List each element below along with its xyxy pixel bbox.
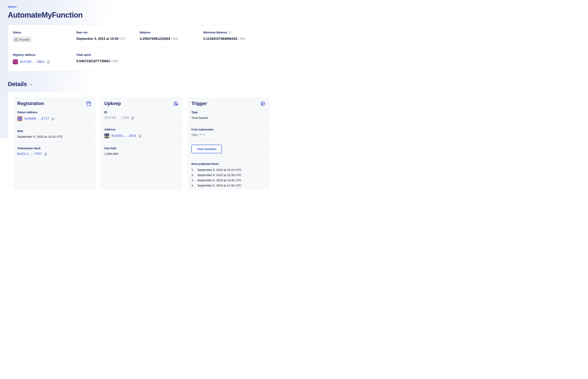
balance-field: Balance 0.259276981222604 LINK — [140, 31, 203, 42]
registry-address-link[interactable]: 0xE16D...D8b2 — [20, 60, 45, 64]
cron-expression-label: Cron expression — [191, 128, 266, 131]
info-icon[interactable] — [229, 31, 232, 34]
chevron-up-icon — [30, 84, 32, 85]
upkeep-address-identicon — [104, 133, 109, 139]
total-spent-field: Total spent 0.04072301877739601 LINK — [76, 53, 140, 64]
copy-icon — [47, 60, 50, 64]
breadcrumb-separator: / — [17, 5, 17, 8]
panel-divider — [17, 125, 91, 125]
date-ran-value: September 5, 2023 at 15:00 UTC — [76, 37, 140, 41]
total-spent-value: 0.04072301877739601 LINK — [76, 59, 140, 63]
upkeep-address-link[interactable]: 0xE854...18Cd — [111, 134, 136, 138]
next-projected-times-list: 1. September 6, 2023 at 10:15 UTC 2. Sep… — [191, 168, 266, 190]
upkeep-address-label: Address — [104, 128, 178, 131]
balance-unit: LINK — [171, 37, 178, 40]
transaction-hash-link[interactable]: 0x03c1...ff6f — [17, 152, 42, 156]
breadcrumb: Home/ — [8, 5, 284, 8]
copy-icon — [138, 134, 142, 138]
list-item: 3. September 6, 2023 at 10:45 UTC — [191, 178, 266, 182]
panel-divider — [191, 158, 266, 158]
registration-panel: Registration Owner address 0x9d08...b717 — [13, 97, 95, 190]
status-label: Status — [13, 31, 76, 34]
copy-icon — [44, 152, 47, 156]
upkeep-id-value: 354748...7389 — [104, 116, 129, 120]
trigger-title: Trigger — [191, 101, 207, 106]
date-ran-utc: UTC — [120, 37, 126, 40]
view-function-button[interactable]: View function — [191, 145, 222, 153]
upkeep-panel: Upkeep ID 354748...7389 — [100, 97, 182, 190]
panel-divider — [191, 141, 266, 141]
balance-label: Balance — [140, 31, 203, 34]
date-ran-field: Date ran September 5, 2023 at 15:00 UTC — [76, 31, 140, 42]
copy-icon — [131, 116, 135, 120]
summary-divider — [13, 48, 267, 48]
list-item: 4. September 6, 2023 at 11:00 UTC — [191, 184, 266, 187]
octagon-x-icon — [15, 38, 18, 41]
breadcrumb-home-link[interactable]: Home — [8, 5, 16, 8]
registration-title: Registration — [17, 101, 44, 106]
copy-transaction-hash-button[interactable] — [44, 152, 47, 156]
total-spent-label: Total spent — [76, 53, 140, 56]
list-item: 1. September 6, 2023 at 10:15 UTC — [191, 168, 266, 172]
registry-identicon — [13, 59, 18, 64]
status-badge: Paused — [13, 37, 31, 42]
summary-row-2: Registry address 0xE16D...D8b2 — [13, 53, 267, 64]
min-balance-label: Minimum Balance — [203, 31, 227, 34]
panel-divider — [191, 123, 266, 124]
upkeep-id-label: ID — [104, 111, 178, 114]
balance-value: 0.259276981222604 LINK — [140, 37, 203, 41]
details-heading: Details — [8, 81, 27, 87]
details-collapse-button[interactable] — [30, 83, 33, 86]
document-gear-icon — [173, 101, 179, 106]
cube-icon — [260, 101, 266, 106]
date-ran-label: Date ran — [76, 31, 140, 34]
min-balance-field: Minimum Balance 0.11364157484866436 LINK — [203, 31, 267, 42]
gas-limit-value: 1,000,000 — [104, 152, 178, 156]
min-balance-unit: LINK — [238, 37, 245, 40]
transaction-hash-label: Transaction Hash — [17, 147, 91, 150]
main-content: Home/ AutomateMyFunction Status Paused — [0, 0, 294, 190]
trigger-type-label: Type — [191, 111, 266, 114]
panel-divider — [17, 142, 91, 142]
registry-address-label: Registry address — [13, 53, 76, 56]
list-item: 2. September 6, 2023 at 10:30 UTC — [191, 173, 266, 177]
cron-expression-value: */15 * * * * — [191, 133, 266, 137]
registration-date-label: Date — [17, 129, 91, 133]
gas-limit-label: Gas limit — [104, 147, 178, 150]
summary-row-1: Status Paused Date ran September 5, 2023… — [13, 31, 267, 42]
copy-registry-address-button[interactable] — [47, 60, 50, 64]
details-card: Registration Owner address 0x9d08...b717 — [8, 92, 275, 190]
calendar-icon — [86, 101, 91, 106]
summary-card: Status Paused Date ran September 5, 2023… — [8, 25, 275, 71]
details-header: Details — [8, 81, 284, 87]
owner-identicon — [17, 116, 22, 121]
registration-date-value: September 5, 2023 at 14:15 UTC — [17, 135, 91, 139]
page-title: AutomateMyFunction — [8, 11, 284, 19]
total-spent-unit: LINK — [111, 59, 119, 63]
copy-upkeep-id-button[interactable] — [131, 116, 135, 120]
registry-address-field: Registry address 0xE16D...D8b2 — [13, 53, 76, 64]
trigger-type-value: Time-based — [191, 116, 266, 120]
min-balance-value: 0.11364157484866436 LINK — [203, 37, 267, 41]
panel-divider — [104, 142, 178, 142]
next-projected-times-label: Next projected times — [191, 162, 266, 165]
owner-address-link[interactable]: 0x9d08...b717 — [24, 117, 49, 120]
trigger-panel: Trigger Type Time-based Cron expression … — [187, 97, 270, 190]
panel-divider — [104, 123, 178, 124]
copy-owner-address-button[interactable] — [51, 117, 55, 120]
upkeep-title: Upkeep — [104, 101, 121, 106]
copy-upkeep-address-button[interactable] — [138, 134, 142, 138]
copy-icon — [51, 117, 55, 120]
list-item: 5. September 6, 2023 at 11:15 UTC — [191, 189, 266, 190]
status-field: Status Paused — [13, 31, 76, 42]
owner-address-label: Owner address — [17, 111, 91, 114]
status-badge-text: Paused — [19, 38, 29, 41]
